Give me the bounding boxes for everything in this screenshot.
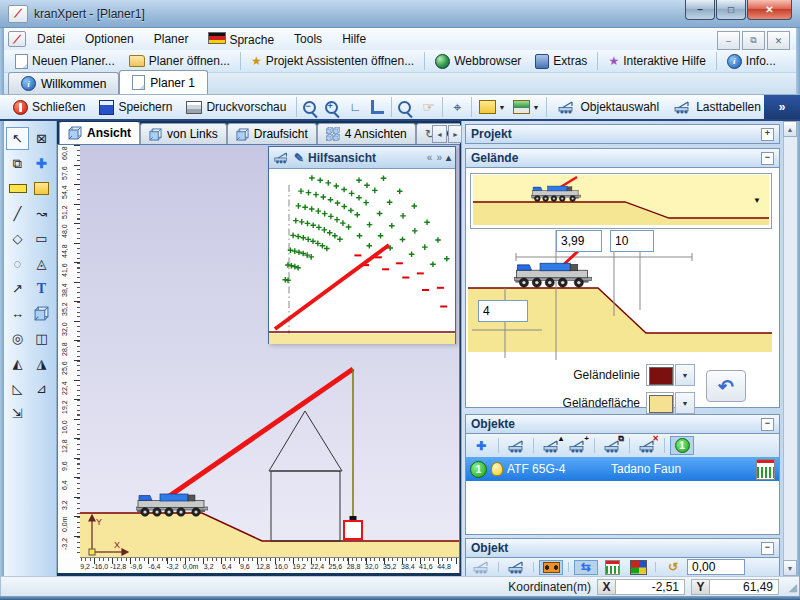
copy-crane-button[interactable]: ⧉ [600,436,624,455]
panel-scrollbar[interactable] [783,121,797,576]
toolbar-overflow-button[interactable]: » [764,95,800,119]
show-numbers-toggle[interactable]: 1 [670,436,694,455]
gelaende-group-header[interactable]: Gelände − [465,148,780,168]
background-image-dropdown[interactable]: ▼ [475,97,509,117]
collapse-panel-button[interactable]: ▴ [446,152,451,163]
cylinder-horizontal-tool[interactable]: ◫ [30,327,53,350]
pointer-mode-button[interactable]: ⌖ [446,97,468,117]
interactive-help-button[interactable]: ★Interaktive Hilfe [601,52,712,70]
load-chart[interactable] [269,169,455,344]
close-planner-button[interactable]: Schließen [6,98,92,117]
project-wizard-button[interactable]: ★Projekt Assistenten öffnen... [244,52,421,70]
menu-datei[interactable]: Datei [28,30,74,48]
visibility-bulb-icon[interactable] [491,462,503,476]
working-range-toggle[interactable]: ⇆ [574,560,598,575]
terrain-height-input[interactable] [478,300,528,322]
rectangle-tool[interactable]: ▭ [30,227,53,250]
arrow-tool[interactable]: ↗ [6,277,29,300]
new-planner-button[interactable]: Neuen Planer... [8,52,122,71]
gelaendelinie-color-dropdown[interactable]: ▼ [675,364,695,386]
capacity-chart-button[interactable] [600,560,624,575]
rotation-value-input[interactable] [687,559,745,575]
curve-tool[interactable]: ◬ [30,252,53,275]
expand-projekt-button[interactable]: + [761,128,774,141]
view-tab-draufsicht[interactable]: Draufsicht [227,123,317,144]
axle-load-toggle[interactable] [539,560,563,575]
crane-config-button[interactable] [469,560,493,575]
polygon-tool[interactable]: ◇ [6,227,29,250]
ellipse-tool[interactable]: ◌ [6,252,29,275]
zoom-out-button[interactable]: − [300,97,322,117]
move-object-button[interactable]: ✚ [469,436,493,455]
delete-tool[interactable]: ⊠ [30,127,53,150]
pan-button[interactable]: ☞ [417,97,439,117]
origin-button[interactable]: ∟ [344,97,366,117]
flip-view-dropdown[interactable]: ▼ [509,97,543,117]
origin-handle[interactable] [89,549,95,555]
objektauswahl-button[interactable]: Objektauswahl [550,98,666,116]
projekt-group-header[interactable]: Projekt + [465,124,780,144]
scroll-down-button[interactable]: ▼ [783,560,797,576]
open-planner-button[interactable]: Planer öffnen... [122,52,237,70]
collapse-objekte-button[interactable]: − [761,418,774,431]
mdi-close-button[interactable]: ✕ [767,31,790,50]
next-view-button[interactable]: » [436,152,442,163]
terrain-length-input[interactable] [610,230,654,252]
load-chart-button[interactable] [756,459,775,480]
print-preview-button[interactable]: Druckvorschau [179,98,293,116]
dropdown-arrow-icon[interactable]: ▼ [753,196,761,205]
minimize-button[interactable]: – [685,0,715,20]
measure-tool[interactable] [6,177,29,200]
crane-list-empty[interactable] [465,481,780,535]
tab-planer1[interactable]: Planer 1 [119,70,208,94]
snap-tool[interactable]: ⇲ [6,402,29,425]
view-tab-von-links[interactable]: von Links [140,123,227,144]
text-tool[interactable]: T [30,277,53,300]
load[interactable] [344,521,362,539]
hilfsansicht-header[interactable]: ✎ Hilfsansicht « » ▴ [269,147,455,169]
dimension-tool[interactable]: ↔ [6,302,29,325]
collapse-objekt-button[interactable]: − [761,542,774,555]
color-table-button[interactable] [626,560,650,575]
mdi-restore-button[interactable]: ⧉ [742,31,765,50]
set-main-crane-button[interactable]: ▴ [539,436,563,455]
menu-optionen[interactable]: Optionen [76,30,143,48]
webbrowser-button[interactable]: Webbrowser [428,52,528,71]
terrain-type-dropdown[interactable]: ▼ [470,173,772,229]
view-tab-4-ansichten[interactable]: 4 Ansichten [317,123,416,144]
maximize-button[interactable]: □ [716,0,746,20]
gelaendelinie-color-swatch[interactable] [646,364,674,386]
menu-planer[interactable]: Planer [145,30,198,48]
select-crane-button[interactable] [504,436,528,455]
delete-crane-button[interactable]: ✕ [635,436,659,455]
select-tool[interactable]: ↖ [6,127,29,150]
gelaendeflaeche-color-swatch[interactable] [646,392,674,414]
objekt-group-header[interactable]: Objekt − [465,538,780,558]
box-tool[interactable] [30,302,53,325]
prev-view-button[interactable]: « [427,152,433,163]
crane-list-row[interactable]: 1 ATF 65G-4 Tadano Faun [465,457,780,481]
gelaendeflaeche-color-dropdown[interactable]: ▼ [675,392,695,414]
info-button[interactable]: iInfo... [720,52,783,71]
menu-sprache[interactable]: Sprache [199,30,283,49]
close-button[interactable]: ✕ [747,0,792,20]
cylinder-tool[interactable]: ◎ [6,327,29,350]
view-tab-ansicht[interactable]: Ansicht [59,122,140,144]
mdi-minimize-button[interactable]: – [717,31,740,50]
save-button[interactable]: Speichern [92,98,179,117]
scroll-left-button[interactable]: ◄ [432,125,447,143]
menu-hilfe[interactable]: Hilfe [333,30,375,48]
collapse-gelaende-button[interactable]: − [761,152,774,165]
ruler-button[interactable] [366,97,388,117]
tab-willkommen[interactable]: iWillkommen [8,72,119,94]
menu-tools[interactable]: Tools [285,30,331,48]
add-crane-button[interactable]: + [565,436,589,455]
zoom-window-button[interactable] [395,97,417,117]
undo-terrain-button[interactable]: ↶ [706,370,746,402]
zoom-in-button[interactable]: + [322,97,344,117]
polyline-tool[interactable]: ↝ [30,202,53,225]
cone-tool[interactable]: ⊿ [30,377,53,400]
crane-setup-button[interactable] [504,560,528,575]
move-tool[interactable]: ✚ [30,152,53,175]
lasttabellen-button[interactable]: Lasttabellen [666,98,768,116]
